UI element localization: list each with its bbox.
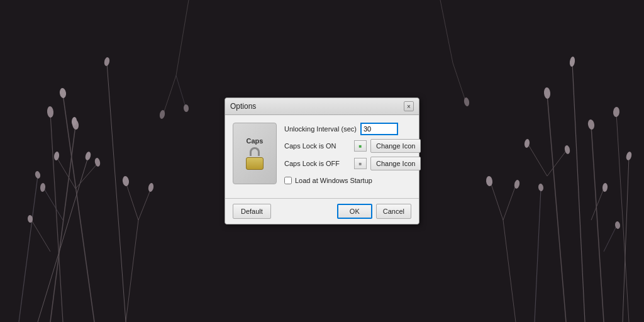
default-button[interactable]: Default (233, 204, 271, 219)
footer-right-buttons: OK Cancel (337, 204, 411, 219)
dialog-backdrop: Options × Caps (0, 0, 644, 322)
caps-off-row: Caps Lock is OFF ■ Change Icon (284, 157, 421, 170)
caps-on-icon-preview: ■ (354, 140, 367, 152)
unlocking-interval-label: Unlocking Interval (sec) (284, 125, 357, 133)
change-icon-on-button[interactable]: Change Icon (370, 139, 421, 153)
ok-button[interactable]: OK (337, 204, 372, 219)
lock-icon (243, 147, 266, 170)
dialog-titlebar: Options × (225, 98, 419, 115)
options-dialog: Options × Caps (225, 97, 419, 225)
dialog-footer: Default OK Cancel (225, 198, 419, 224)
options-area: Unlocking Interval (sec) Caps Lock is ON… (284, 123, 421, 184)
dialog-close-button[interactable]: × (404, 101, 414, 111)
dialog-title: Options (230, 102, 256, 111)
lock-shackle (250, 147, 260, 156)
caps-on-row: Caps Lock is ON ■ Change Icon (284, 139, 421, 153)
caps-icon-area: Caps (233, 123, 277, 184)
lock-body (246, 157, 264, 170)
caps-text-label: Caps (247, 137, 264, 145)
dialog-body: Caps Unlocking Interval (sec) (225, 115, 419, 198)
unlocking-interval-row: Unlocking Interval (sec) (284, 123, 421, 135)
unlocking-interval-input[interactable] (360, 123, 398, 135)
load-startup-row: Load at Windows Startup (284, 177, 421, 184)
caps-off-icon-preview: ■ (354, 158, 367, 169)
caps-off-label: Caps Lock is OFF (284, 160, 350, 167)
load-startup-checkbox[interactable] (284, 177, 292, 184)
caps-on-label: Caps Lock is ON (284, 142, 350, 150)
cancel-button[interactable]: Cancel (376, 204, 411, 219)
load-startup-label[interactable]: Load at Windows Startup (295, 177, 372, 184)
change-icon-off-button[interactable]: Change Icon (370, 157, 421, 170)
top-section: Caps Unlocking Interval (sec) (233, 123, 411, 184)
